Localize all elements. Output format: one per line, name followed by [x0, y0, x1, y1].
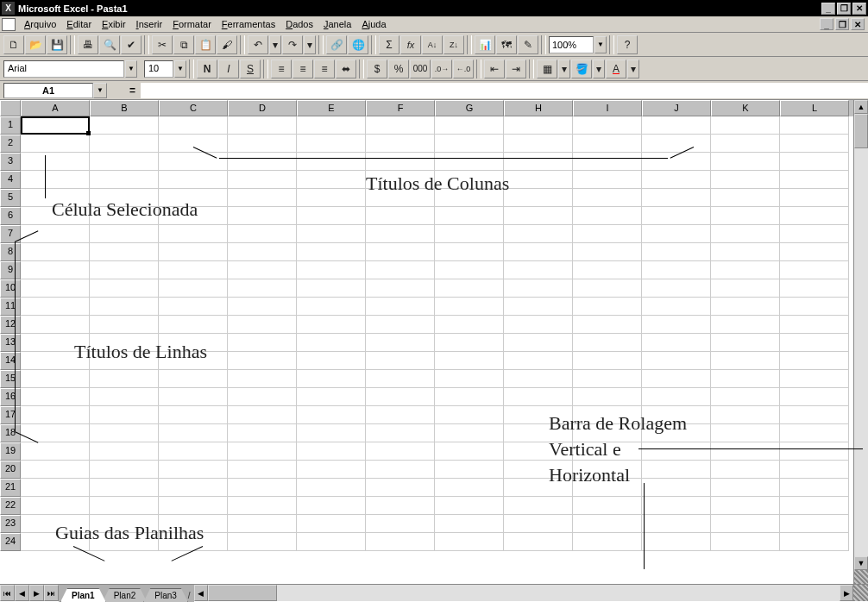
cell-C3[interactable] — [159, 153, 228, 171]
cell-J22[interactable] — [642, 497, 711, 515]
row-header-6[interactable]: 6 — [0, 207, 21, 225]
fill-color-dropdown-icon[interactable]: ▾ — [593, 60, 605, 78]
cell-K12[interactable] — [711, 316, 780, 334]
cell-D4[interactable] — [228, 171, 297, 189]
cell-I15[interactable] — [573, 370, 642, 388]
align-center-icon[interactable]: ≡ — [292, 60, 313, 78]
cell-F21[interactable] — [366, 479, 435, 497]
cell-A16[interactable] — [21, 388, 90, 406]
map-icon[interactable]: 🗺 — [496, 35, 517, 54]
cell-G7[interactable] — [435, 225, 504, 243]
cell-C17[interactable] — [159, 406, 228, 424]
vscroll-track[interactable] — [854, 114, 868, 556]
cell-A13[interactable] — [21, 334, 90, 352]
hyperlink-icon[interactable]: 🔗 — [326, 35, 347, 54]
cell-I7[interactable] — [573, 225, 642, 243]
cell-K3[interactable] — [711, 153, 780, 171]
cell-K4[interactable] — [711, 171, 780, 189]
cell-B12[interactable] — [90, 316, 159, 334]
cell-C7[interactable] — [159, 225, 228, 243]
cell-A21[interactable] — [21, 479, 90, 497]
cell-F1[interactable] — [366, 116, 435, 135]
zoom-dropdown-icon[interactable]: ▼ — [594, 36, 607, 53]
cell-C4[interactable] — [159, 171, 228, 189]
cell-A9[interactable] — [21, 261, 90, 279]
cell-C12[interactable] — [159, 316, 228, 334]
merge-center-icon[interactable]: ⬌ — [336, 60, 356, 78]
cell-G11[interactable] — [435, 298, 504, 316]
cell-K8[interactable] — [711, 243, 780, 261]
scroll-down-icon[interactable]: ▼ — [854, 556, 868, 570]
web-toolbar-icon[interactable]: 🌐 — [348, 35, 368, 54]
cell-I11[interactable] — [573, 298, 642, 316]
row-header-10[interactable]: 10 — [0, 279, 21, 298]
cell-F16[interactable] — [366, 388, 435, 406]
sort-asc-icon[interactable]: A↓ — [422, 35, 443, 54]
cell-I3[interactable] — [573, 153, 642, 171]
cell-K21[interactable] — [711, 479, 780, 497]
cell-K16[interactable] — [711, 388, 780, 406]
cell-F5[interactable] — [366, 189, 435, 207]
cell-E6[interactable] — [297, 207, 366, 225]
sheet-tab-plan2[interactable]: Plan2 — [103, 588, 148, 602]
align-right-icon[interactable]: ≡ — [314, 60, 335, 78]
new-icon[interactable]: 🗋 — [3, 35, 24, 54]
column-header-K[interactable]: K — [711, 100, 780, 116]
cell-B7[interactable] — [90, 225, 159, 243]
cell-K18[interactable] — [711, 424, 780, 442]
cell-D20[interactable] — [228, 461, 297, 479]
cell-E2[interactable] — [297, 135, 366, 153]
cell-C2[interactable] — [159, 135, 228, 153]
cell-J6[interactable] — [642, 207, 711, 225]
cell-F9[interactable] — [366, 261, 435, 279]
cell-E15[interactable] — [297, 370, 366, 388]
cell-L5[interactable] — [780, 189, 849, 207]
scroll-up-icon[interactable]: ▲ — [854, 100, 868, 114]
cell-I4[interactable] — [573, 171, 642, 189]
equals-icon[interactable]: = — [124, 85, 141, 97]
cell-H23[interactable] — [504, 515, 573, 533]
spellcheck-icon[interactable]: ✔ — [121, 35, 142, 54]
function-icon[interactable]: fx — [400, 35, 421, 54]
cell-E22[interactable] — [297, 497, 366, 515]
cell-L17[interactable] — [780, 406, 849, 424]
cell-A12[interactable] — [21, 316, 90, 334]
cell-C10[interactable] — [159, 279, 228, 298]
cell-B17[interactable] — [90, 406, 159, 424]
cell-J10[interactable] — [642, 279, 711, 298]
cell-A14[interactable] — [21, 352, 90, 370]
menu-janela[interactable]: Janela — [318, 18, 356, 30]
cells-grid[interactable] — [21, 116, 849, 551]
cell-L1[interactable] — [780, 116, 849, 135]
cell-H22[interactable] — [504, 497, 573, 515]
row-header-3[interactable]: 3 — [0, 153, 21, 171]
decrease-indent-icon[interactable]: ⇤ — [484, 60, 505, 78]
fill-color-icon[interactable]: 🪣 — [571, 60, 592, 78]
row-header-20[interactable]: 20 — [0, 461, 21, 479]
cell-D15[interactable] — [228, 370, 297, 388]
cell-D5[interactable] — [228, 189, 297, 207]
column-header-H[interactable]: H — [504, 100, 573, 116]
cell-J12[interactable] — [642, 316, 711, 334]
cell-G16[interactable] — [435, 388, 504, 406]
cell-F4[interactable] — [366, 171, 435, 189]
horizontal-scrollbar[interactable]: ◀ ▶ — [194, 585, 868, 601]
cell-H19[interactable] — [504, 442, 573, 461]
cell-E24[interactable] — [297, 533, 366, 551]
cell-J5[interactable] — [642, 189, 711, 207]
sheet-tab-plan1[interactable]: Plan1 — [60, 588, 106, 602]
doc-maximize-button[interactable]: ❐ — [835, 18, 849, 30]
cell-F24[interactable] — [366, 533, 435, 551]
cell-G5[interactable] — [435, 189, 504, 207]
cell-E16[interactable] — [297, 388, 366, 406]
cell-L9[interactable] — [780, 261, 849, 279]
cell-K1[interactable] — [711, 116, 780, 135]
row-header-17[interactable]: 17 — [0, 406, 21, 424]
cell-L16[interactable] — [780, 388, 849, 406]
cell-B16[interactable] — [90, 388, 159, 406]
cell-H20[interactable] — [504, 461, 573, 479]
cell-I16[interactable] — [573, 388, 642, 406]
cell-E13[interactable] — [297, 334, 366, 352]
cell-F17[interactable] — [366, 406, 435, 424]
cell-E5[interactable] — [297, 189, 366, 207]
